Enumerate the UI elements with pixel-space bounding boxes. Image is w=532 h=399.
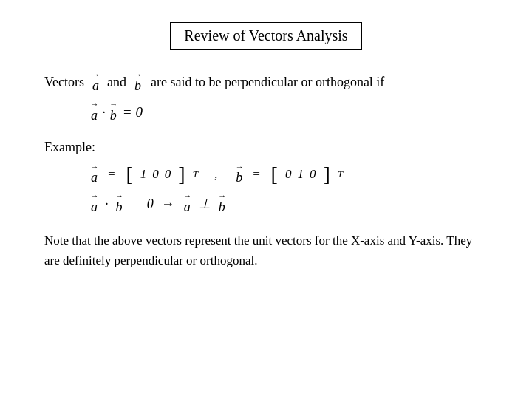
formula-vec-a: → a xyxy=(90,101,98,123)
transpose-a: T xyxy=(193,168,198,180)
bracket-right-b: ] xyxy=(323,164,330,185)
vector-a-symbol: → a xyxy=(92,72,100,94)
res-equals: = xyxy=(132,197,140,212)
arrow-over-a: → xyxy=(92,72,100,78)
main-page: Review of Vectors Analysis Vectors → a a… xyxy=(0,0,532,399)
intro-section: Vectors → a and → b are said to be perpe… xyxy=(44,72,488,123)
a-val-3: 0 xyxy=(165,167,171,182)
res-dot: · xyxy=(105,197,109,212)
example-section: Example: → a = [ 1 0 0 ] T , → b xyxy=(44,140,488,216)
equals-symbol: = xyxy=(123,104,132,120)
dot-product-result: → a · → b = 0 → → a ⊥ → b xyxy=(89,193,488,215)
example-label: Example: xyxy=(44,140,488,155)
bracket-right-a: ] xyxy=(178,164,185,185)
a-val-1: 1 xyxy=(140,167,147,182)
vector-b-symbol: → b xyxy=(134,72,142,94)
letter-b: b xyxy=(134,78,141,94)
note-section: Note that the above vectors represent th… xyxy=(44,231,488,270)
res-vec-a: → a xyxy=(90,193,98,215)
example-vectors-line: → a = [ 1 0 0 ] T , → b = [ 0 1 xyxy=(89,164,488,186)
bracket-left-a: [ xyxy=(126,164,132,185)
comma-separator: , xyxy=(214,167,217,182)
a-val-2: 0 xyxy=(152,167,159,182)
ex-equals-a: = xyxy=(107,167,115,182)
description-text: are said to be perpendicular or orthogon… xyxy=(151,75,384,90)
ex-vec-a: → a xyxy=(90,164,98,186)
page-title: Review of Vectors Analysis xyxy=(184,27,347,44)
formula-arrow-a: → xyxy=(90,101,98,108)
res-zero: 0 xyxy=(147,197,154,212)
and-label: and xyxy=(107,75,126,90)
zero-value: 0 xyxy=(136,104,143,120)
vectors-label: Vectors xyxy=(44,75,84,90)
formula-arrow-b: → xyxy=(109,101,117,108)
title-box: Review of Vectors Analysis xyxy=(170,22,361,50)
vectors-description-line: Vectors → a and → b are said to be perpe… xyxy=(44,72,488,94)
transpose-b: T xyxy=(338,168,343,180)
dot-symbol: · xyxy=(102,104,106,120)
matrix-b-content: 0 1 0 xyxy=(285,167,316,182)
res-vec-b: → b xyxy=(115,193,123,215)
perp-symbol: ⊥ xyxy=(199,196,211,212)
b-val-2: 1 xyxy=(297,167,304,182)
ex-equals-b: = xyxy=(252,167,260,182)
perpendicular-formula: → a · → b = 0 xyxy=(89,101,488,123)
b-val-1: 0 xyxy=(285,167,292,182)
note-text: Note that the above vectors represent th… xyxy=(44,233,472,267)
arrow-right-symbol: → xyxy=(161,197,174,212)
b-val-3: 0 xyxy=(310,167,316,182)
ex-vec-b: → b xyxy=(235,164,243,186)
res-vec-a2: → a xyxy=(183,193,191,215)
formula-vec-b: → b xyxy=(109,101,117,123)
matrix-a-content: 1 0 0 xyxy=(140,167,171,182)
res-vec-b2: → b xyxy=(218,193,226,215)
bracket-left-b: [ xyxy=(271,164,278,185)
letter-a: a xyxy=(92,78,99,94)
arrow-over-b: → xyxy=(134,72,142,78)
